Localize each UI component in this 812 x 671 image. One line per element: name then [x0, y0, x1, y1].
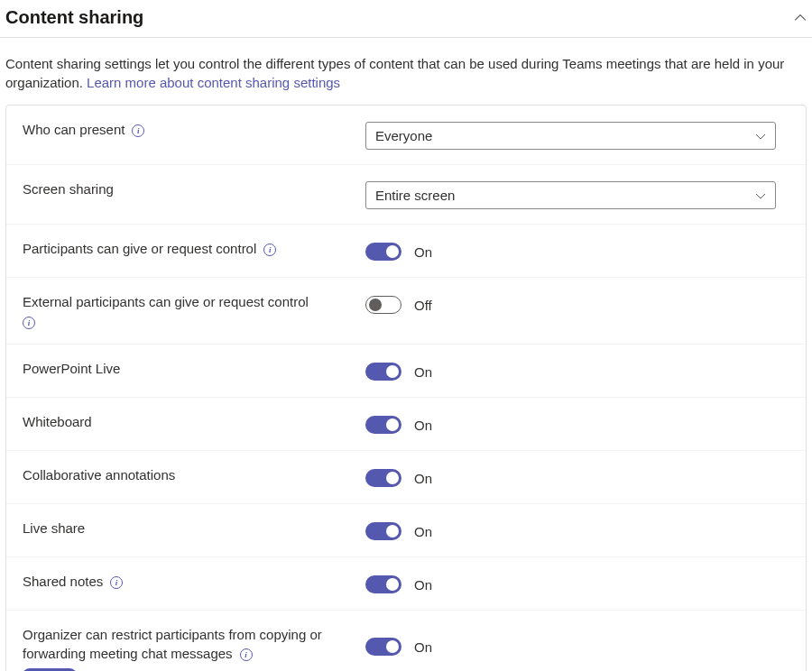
- setting-label-col: Collaborative annotations: [23, 465, 365, 484]
- setting-label-col: Participants can give or request control…: [23, 239, 365, 258]
- setting-row-external-control: External participants can give or reques…: [6, 278, 806, 345]
- powerpoint-live-toggle[interactable]: [365, 363, 401, 381]
- setting-row-live-share: Live share On: [6, 504, 806, 557]
- dropdown-value: Entire screen: [375, 188, 455, 203]
- setting-label-col: Organizer can restrict participants from…: [23, 625, 365, 671]
- dropdown-value: Everyone: [375, 128, 432, 143]
- toggle-knob: [369, 299, 382, 311]
- setting-control-col: On: [365, 241, 789, 262]
- setting-control-col: Everyone: [365, 122, 789, 150]
- restrict-copy-label: Organizer can restrict participants from…: [23, 627, 322, 661]
- setting-row-screen-sharing: Screen sharing Entire screen: [6, 165, 806, 225]
- toggle-knob: [386, 472, 399, 484]
- setting-row-whiteboard: Whiteboard On: [6, 398, 806, 451]
- info-icon[interactable]: i: [132, 124, 144, 137]
- whiteboard-label: Whiteboard: [23, 414, 92, 429]
- setting-row-restrict-copy: Organizer can restrict participants from…: [6, 611, 806, 671]
- who-can-present-label: Who can present: [23, 122, 125, 137]
- setting-label-col: PowerPoint Live: [23, 359, 365, 378]
- toggle-state-label: On: [414, 471, 432, 486]
- section-title: Content sharing: [5, 7, 143, 28]
- info-icon[interactable]: i: [263, 244, 276, 256]
- setting-control-col: Off: [365, 294, 789, 316]
- toggle-state-label: Off: [414, 298, 432, 313]
- info-icon[interactable]: i: [110, 576, 123, 589]
- toggle-knob: [386, 245, 399, 258]
- external-control-toggle[interactable]: [365, 296, 401, 314]
- setting-row-shared-notes: Shared notes i On: [6, 557, 806, 611]
- live-share-toggle[interactable]: [365, 522, 401, 540]
- live-share-label: Live share: [23, 520, 85, 536]
- info-icon[interactable]: i: [23, 317, 35, 329]
- setting-control-col: On: [365, 414, 789, 436]
- toggle-state-label: On: [414, 364, 432, 380]
- toggle-knob: [386, 525, 399, 538]
- chevron-down-icon: [755, 190, 766, 201]
- setting-row-participants-control: Participants can give or request control…: [6, 225, 806, 278]
- collab-annotations-label: Collaborative annotations: [23, 467, 175, 483]
- setting-control-col: On: [365, 636, 789, 657]
- toggle-knob: [386, 640, 399, 653]
- toggle-state-label: On: [414, 418, 432, 433]
- toggle-state-label: On: [414, 524, 432, 539]
- setting-row-collab-annotations: Collaborative annotations On: [6, 451, 806, 504]
- setting-row-who-can-present: Who can present i Everyone: [6, 106, 806, 165]
- setting-control-col: Entire screen: [365, 181, 789, 209]
- setting-label-col: Screen sharing: [23, 179, 365, 198]
- toggle-knob: [386, 418, 399, 431]
- who-can-present-dropdown[interactable]: Everyone: [365, 122, 776, 150]
- learn-more-link[interactable]: Learn more about content sharing setting…: [87, 75, 340, 90]
- setting-control-col: On: [365, 361, 789, 382]
- screen-sharing-dropdown[interactable]: Entire screen: [365, 181, 776, 209]
- setting-label-col: Who can present i: [23, 120, 365, 139]
- settings-panel: Who can present i Everyone Screen sharin…: [5, 105, 807, 671]
- setting-label-col: External participants can give or reques…: [23, 292, 365, 329]
- setting-control-col: On: [365, 520, 789, 542]
- toggle-state-label: On: [414, 244, 432, 260]
- section-description: Content sharing settings let you control…: [0, 38, 812, 105]
- toggle-knob: [386, 365, 399, 378]
- toggle-knob: [386, 578, 399, 591]
- chevron-down-icon: [755, 131, 766, 142]
- setting-label-col: Live share: [23, 519, 365, 538]
- screen-sharing-label: Screen sharing: [23, 181, 114, 197]
- shared-notes-label: Shared notes: [23, 574, 103, 589]
- setting-row-powerpoint-live: PowerPoint Live On: [6, 345, 806, 398]
- powerpoint-live-label: PowerPoint Live: [23, 361, 120, 376]
- shared-notes-toggle[interactable]: [365, 575, 401, 593]
- setting-control-col: On: [365, 467, 789, 489]
- section-header[interactable]: Content sharing: [0, 0, 812, 38]
- chevron-up-icon: [794, 12, 807, 24]
- participants-control-label: Participants can give or request control: [23, 241, 256, 256]
- setting-control-col: On: [365, 574, 789, 595]
- collab-annotations-toggle[interactable]: [365, 469, 401, 487]
- restrict-copy-toggle[interactable]: [365, 638, 401, 656]
- info-icon[interactable]: i: [240, 648, 253, 661]
- external-control-label: External participants can give or reques…: [23, 294, 309, 309]
- setting-label-col: Shared notes i: [23, 572, 365, 591]
- participants-control-toggle[interactable]: [365, 243, 401, 261]
- toggle-state-label: On: [414, 577, 432, 593]
- toggle-state-label: On: [414, 639, 432, 655]
- whiteboard-toggle[interactable]: [365, 416, 401, 434]
- setting-label-col: Whiteboard: [23, 412, 365, 431]
